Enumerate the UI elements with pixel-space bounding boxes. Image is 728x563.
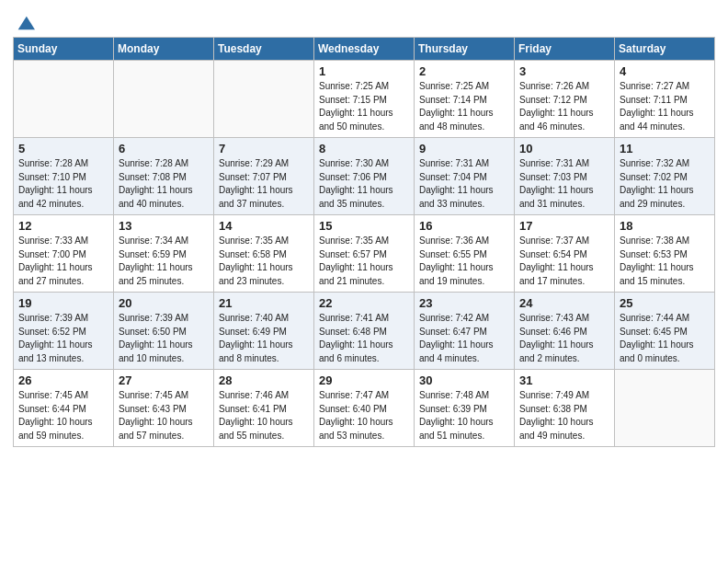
weekday-header-wednesday: Wednesday	[314, 38, 415, 61]
header	[13, 9, 715, 31]
calendar-cell: 2Sunrise: 7:25 AM Sunset: 7:14 PM Daylig…	[415, 61, 515, 138]
calendar-cell: 3Sunrise: 7:26 AM Sunset: 7:12 PM Daylig…	[515, 61, 615, 138]
weekday-header-row: SundayMondayTuesdayWednesdayThursdayFrid…	[14, 38, 715, 61]
day-number: 20	[119, 296, 209, 310]
calendar-cell: 23Sunrise: 7:42 AM Sunset: 6:47 PM Dayli…	[415, 293, 515, 370]
day-info: Sunrise: 7:35 AM Sunset: 6:57 PM Dayligh…	[319, 236, 393, 286]
calendar-cell: 24Sunrise: 7:43 AM Sunset: 6:46 PM Dayli…	[515, 293, 615, 370]
week-row-1: 5Sunrise: 7:28 AM Sunset: 7:10 PM Daylig…	[14, 138, 715, 215]
day-info: Sunrise: 7:45 AM Sunset: 6:44 PM Dayligh…	[18, 390, 93, 441]
day-info: Sunrise: 7:47 AM Sunset: 6:40 PM Dayligh…	[319, 390, 393, 441]
day-number: 19	[18, 296, 108, 310]
day-number: 8	[319, 142, 409, 155]
calendar-cell: 28Sunrise: 7:46 AM Sunset: 6:41 PM Dayli…	[214, 370, 314, 447]
calendar-cell: 31Sunrise: 7:49 AM Sunset: 6:38 PM Dayli…	[515, 370, 615, 447]
day-info: Sunrise: 7:39 AM Sunset: 6:50 PM Dayligh…	[119, 313, 193, 363]
day-info: Sunrise: 7:41 AM Sunset: 6:48 PM Dayligh…	[319, 313, 393, 363]
calendar-cell: 25Sunrise: 7:44 AM Sunset: 6:45 PM Dayli…	[615, 293, 715, 370]
day-number: 22	[319, 296, 409, 310]
week-row-4: 26Sunrise: 7:45 AM Sunset: 6:44 PM Dayli…	[14, 370, 715, 447]
week-row-3: 19Sunrise: 7:39 AM Sunset: 6:52 PM Dayli…	[14, 293, 715, 370]
calendar-cell: 26Sunrise: 7:45 AM Sunset: 6:44 PM Dayli…	[14, 370, 114, 447]
day-number: 3	[519, 64, 609, 78]
day-number: 12	[18, 219, 108, 233]
day-info: Sunrise: 7:30 AM Sunset: 7:06 PM Dayligh…	[319, 158, 393, 209]
day-number: 27	[119, 373, 209, 387]
logo-triangle-icon	[15, 13, 35, 33]
day-info: Sunrise: 7:35 AM Sunset: 6:58 PM Dayligh…	[219, 236, 293, 286]
day-info: Sunrise: 7:25 AM Sunset: 7:14 PM Dayligh…	[419, 81, 494, 132]
day-number: 6	[119, 142, 209, 155]
calendar-cell: 9Sunrise: 7:31 AM Sunset: 7:04 PM Daylig…	[415, 138, 515, 215]
day-number: 13	[119, 219, 209, 233]
day-number: 29	[319, 373, 409, 387]
calendar-cell: 14Sunrise: 7:35 AM Sunset: 6:58 PM Dayli…	[214, 215, 314, 293]
calendar-cell: 5Sunrise: 7:28 AM Sunset: 7:10 PM Daylig…	[14, 138, 114, 215]
weekday-header-thursday: Thursday	[415, 38, 515, 61]
logo	[13, 13, 35, 31]
day-number: 30	[419, 373, 509, 387]
calendar-cell: 12Sunrise: 7:33 AM Sunset: 7:00 PM Dayli…	[14, 215, 114, 293]
day-info: Sunrise: 7:38 AM Sunset: 6:53 PM Dayligh…	[620, 236, 694, 286]
calendar: SundayMondayTuesdayWednesdayThursdayFrid…	[13, 37, 715, 447]
day-number: 17	[519, 219, 609, 233]
day-number: 5	[18, 142, 108, 155]
calendar-cell: 15Sunrise: 7:35 AM Sunset: 6:57 PM Dayli…	[314, 215, 415, 293]
calendar-cell: 1Sunrise: 7:25 AM Sunset: 7:15 PM Daylig…	[314, 61, 415, 138]
day-info: Sunrise: 7:33 AM Sunset: 7:00 PM Dayligh…	[18, 236, 93, 286]
day-info: Sunrise: 7:42 AM Sunset: 6:47 PM Dayligh…	[419, 313, 494, 363]
day-number: 18	[620, 219, 710, 233]
calendar-cell: 18Sunrise: 7:38 AM Sunset: 6:53 PM Dayli…	[615, 215, 715, 293]
calendar-cell: 30Sunrise: 7:48 AM Sunset: 6:39 PM Dayli…	[415, 370, 515, 447]
day-info: Sunrise: 7:29 AM Sunset: 7:07 PM Dayligh…	[219, 158, 293, 209]
calendar-cell: 16Sunrise: 7:36 AM Sunset: 6:55 PM Dayli…	[415, 215, 515, 293]
calendar-cell	[114, 61, 214, 138]
calendar-cell: 11Sunrise: 7:32 AM Sunset: 7:02 PM Dayli…	[615, 138, 715, 215]
calendar-cell: 8Sunrise: 7:30 AM Sunset: 7:06 PM Daylig…	[314, 138, 415, 215]
day-number: 11	[620, 142, 710, 155]
day-info: Sunrise: 7:25 AM Sunset: 7:15 PM Dayligh…	[319, 81, 393, 132]
calendar-cell	[14, 61, 114, 138]
day-number: 2	[419, 64, 509, 78]
calendar-cell: 19Sunrise: 7:39 AM Sunset: 6:52 PM Dayli…	[14, 293, 114, 370]
day-number: 21	[219, 296, 309, 310]
day-info: Sunrise: 7:40 AM Sunset: 6:49 PM Dayligh…	[219, 313, 293, 363]
day-info: Sunrise: 7:48 AM Sunset: 6:39 PM Dayligh…	[419, 390, 494, 441]
day-number: 26	[18, 373, 108, 387]
day-number: 15	[319, 219, 409, 233]
day-number: 24	[519, 296, 609, 310]
day-info: Sunrise: 7:32 AM Sunset: 7:02 PM Dayligh…	[620, 158, 694, 209]
day-number: 28	[219, 373, 309, 387]
day-info: Sunrise: 7:26 AM Sunset: 7:12 PM Dayligh…	[519, 81, 594, 132]
weekday-header-tuesday: Tuesday	[214, 38, 314, 61]
day-info: Sunrise: 7:49 AM Sunset: 6:38 PM Dayligh…	[519, 390, 594, 441]
day-info: Sunrise: 7:43 AM Sunset: 6:46 PM Dayligh…	[519, 313, 594, 363]
day-number: 4	[620, 64, 710, 78]
calendar-cell: 22Sunrise: 7:41 AM Sunset: 6:48 PM Dayli…	[314, 293, 415, 370]
calendar-cell: 4Sunrise: 7:27 AM Sunset: 7:11 PM Daylig…	[615, 61, 715, 138]
calendar-cell	[214, 61, 314, 138]
day-number: 7	[219, 142, 309, 155]
day-number: 23	[419, 296, 509, 310]
calendar-cell: 21Sunrise: 7:40 AM Sunset: 6:49 PM Dayli…	[214, 293, 314, 370]
day-info: Sunrise: 7:45 AM Sunset: 6:43 PM Dayligh…	[119, 390, 193, 441]
svg-marker-0	[18, 17, 35, 30]
day-number: 14	[219, 219, 309, 233]
day-number: 9	[419, 142, 509, 155]
day-info: Sunrise: 7:36 AM Sunset: 6:55 PM Dayligh…	[419, 236, 494, 286]
day-info: Sunrise: 7:44 AM Sunset: 6:45 PM Dayligh…	[620, 313, 694, 363]
weekday-header-monday: Monday	[114, 38, 214, 61]
weekday-header-saturday: Saturday	[615, 38, 715, 61]
week-row-0: 1Sunrise: 7:25 AM Sunset: 7:15 PM Daylig…	[14, 61, 715, 138]
day-info: Sunrise: 7:28 AM Sunset: 7:08 PM Dayligh…	[119, 158, 193, 209]
week-row-2: 12Sunrise: 7:33 AM Sunset: 7:00 PM Dayli…	[14, 215, 715, 293]
day-info: Sunrise: 7:39 AM Sunset: 6:52 PM Dayligh…	[18, 313, 93, 363]
day-number: 1	[319, 64, 409, 78]
calendar-cell: 17Sunrise: 7:37 AM Sunset: 6:54 PM Dayli…	[515, 215, 615, 293]
weekday-header-friday: Friday	[515, 38, 615, 61]
day-info: Sunrise: 7:27 AM Sunset: 7:11 PM Dayligh…	[620, 81, 694, 132]
day-info: Sunrise: 7:31 AM Sunset: 7:03 PM Dayligh…	[519, 158, 594, 209]
day-number: 16	[419, 219, 509, 233]
calendar-cell: 10Sunrise: 7:31 AM Sunset: 7:03 PM Dayli…	[515, 138, 615, 215]
calendar-cell: 20Sunrise: 7:39 AM Sunset: 6:50 PM Dayli…	[114, 293, 214, 370]
